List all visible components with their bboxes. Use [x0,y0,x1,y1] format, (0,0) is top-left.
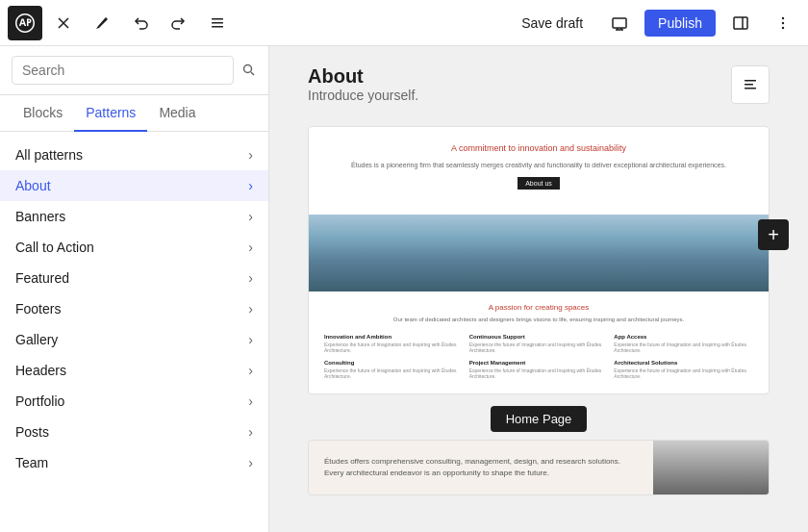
pattern-item-posts[interactable]: Posts › [0,417,268,447]
chevron-right-icon: › [248,178,253,193]
pattern-item-all[interactable]: All patterns › [0,139,268,170]
pen-tool-button[interactable] [85,6,119,40]
toolbar: Save draft Publish [0,0,808,46]
pattern-title: About [308,65,418,88]
home-page-badge: Home Page [491,406,588,432]
panel-toggle-button[interactable] [723,6,758,40]
chevron-right-icon: › [248,455,253,470]
publish-button[interactable]: Publish [644,10,716,37]
pattern-item-portfolio[interactable]: Portfolio › [0,386,268,417]
grid-item-6: Architectural Solutions Experience the f… [614,360,753,380]
tab-media[interactable]: Media [147,95,207,132]
wp-logo[interactable] [8,6,42,40]
preview-card2-image [653,441,769,494]
passion-text: Our team of dedicated architects and des… [324,316,753,323]
preview-card2-text: Études offers comprehensive consulting, … [309,441,653,494]
more-options-button[interactable] [766,6,800,40]
undo-button[interactable] [123,6,158,40]
svg-point-9 [244,65,252,73]
preview-body-text: Études is a pioneering firm that seamles… [324,161,753,170]
grid-item-3: App Access Experience the future of Imag… [614,334,753,354]
svg-point-7 [782,21,784,23]
preview-card-2[interactable]: Études offers comprehensive consulting, … [308,440,770,495]
toolbar-right: Save draft Publish [510,6,800,40]
main-layout: Blocks Patterns Media All patterns › Abo… [0,46,808,532]
toolbar-left [8,6,506,40]
svg-rect-12 [745,88,756,89]
pattern-item-call-to-action[interactable]: Call to Action › [0,232,268,263]
sidebar: Blocks Patterns Media All patterns › Abo… [0,46,269,532]
preview-section-2: A passion for creating spaces Our team o… [309,291,769,393]
chevron-right-icon: › [248,270,253,286]
chevron-right-icon: › [248,424,253,440]
tab-blocks[interactable]: Blocks [12,95,74,132]
preview-grid: Innovation and Ambition Experience the f… [324,334,753,380]
svg-point-8 [782,26,784,28]
chevron-right-icon: › [248,332,253,347]
grid-item-4: Consulting Experience the future of Imag… [324,360,464,380]
chevron-right-icon: › [248,240,253,255]
align-button[interactable] [731,65,770,104]
chevron-right-icon: › [248,301,253,317]
chevron-right-icon: › [248,363,253,378]
grid-item-5: Project Management Experience the future… [469,360,609,380]
svg-rect-2 [212,26,223,28]
pattern-header: About Introduce yourself. [308,65,770,118]
pattern-item-gallery[interactable]: Gallery › [0,324,268,355]
chevron-right-icon: › [248,147,253,163]
redo-button[interactable] [162,6,196,40]
search-input[interactable] [12,56,234,85]
pattern-item-headers[interactable]: Headers › [0,355,268,386]
grid-item-1: Innovation and Ambition Experience the f… [324,334,464,354]
pattern-item-featured[interactable]: Featured › [0,263,268,293]
pattern-item-team[interactable]: Team › [0,447,268,478]
save-draft-button[interactable]: Save draft [510,10,594,37]
search-icon-button[interactable] [241,63,257,78]
chevron-right-icon: › [248,209,253,224]
close-button[interactable] [46,6,81,40]
editor-area: About Introduce yourself. A commitment t… [269,46,808,532]
preview-accent-text: A commitment to innovation and sustainab… [324,142,753,155]
preview-about-us-button: About us [518,177,560,190]
add-block-button[interactable]: + [758,219,789,250]
svg-rect-4 [734,17,747,29]
chevron-right-icon: › [248,393,253,409]
passion-title: A passion for creating spaces [324,303,753,312]
patterns-list: All patterns › About › Banners › Call to… [0,132,268,532]
svg-rect-0 [212,18,223,20]
pattern-item-about[interactable]: About › [0,170,268,201]
home-page-label: Home Page [308,406,770,432]
building-image-inner [309,215,769,291]
preview-card2-body: Études offers comprehensive consulting, … [324,456,638,479]
search-bar [0,46,268,95]
svg-rect-3 [613,18,626,28]
preview-button[interactable] [602,6,637,40]
preview-card-1[interactable]: A commitment to innovation and sustainab… [308,126,770,394]
pattern-item-footers[interactable]: Footers › [0,293,268,324]
pattern-subtitle: Introduce yourself. [308,88,418,103]
pattern-item-banners[interactable]: Banners › [0,201,268,232]
tabs: Blocks Patterns Media [0,95,268,132]
tab-patterns[interactable]: Patterns [74,95,147,132]
svg-rect-1 [212,22,223,24]
svg-rect-10 [745,80,756,82]
preview-building-image [309,215,769,291]
grid-item-2: Continuous Support Experience the future… [469,334,609,354]
list-view-button[interactable] [200,6,235,40]
svg-rect-11 [745,84,753,86]
preview-inner-1: A commitment to innovation and sustainab… [309,127,769,215]
svg-point-6 [782,16,784,18]
